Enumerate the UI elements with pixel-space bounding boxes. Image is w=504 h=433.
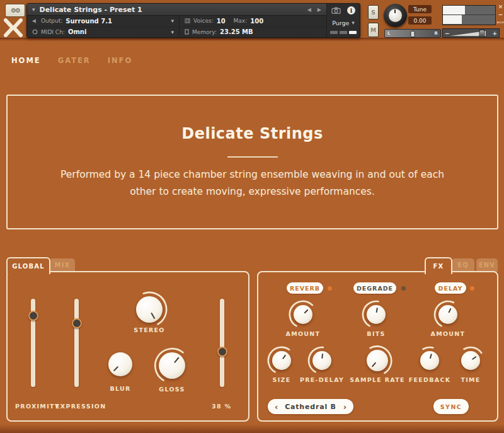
global-panel [6,271,249,422]
mute-button[interactable]: M [368,23,379,37]
time-knob[interactable] [456,346,485,375]
tab-mix[interactable]: MIX [50,258,75,272]
preset-prev-icon[interactable]: ‹ [275,403,278,411]
reverb-amount-label: AMOUNT [265,330,341,337]
slider-thumb[interactable] [217,347,227,357]
instrument-header-box: ▾ Delicate Strings - Preset 1 ◀ ▶ Output… [26,3,360,38]
sync-button[interactable]: SYNC [433,399,469,414]
tune-label: Tune [413,6,427,13]
midi-dropdown-icon[interactable]: ▾ [171,29,174,35]
size-knob[interactable] [267,346,296,375]
midi-value: Omni [68,28,86,35]
delay-toggle[interactable]: DELAY [435,282,466,294]
voices-label: Voices: [193,18,214,24]
reverb-preset-selector[interactable]: ‹ Cathedral B › [268,399,353,414]
gloss-knob[interactable] [154,347,190,384]
solo-label: S [371,9,375,16]
pan-left-label: L [387,31,390,36]
volume-plus-icon[interactable]: + [492,30,497,37]
delay-amount-label: AMOUNT [410,330,486,337]
delay-status-dot [470,286,474,291]
voices-row: Voices: 10 Max: 100 [180,16,326,27]
reverb-preset-value: Cathedral B [285,403,336,411]
next-preset-icon[interactable]: ▶ [318,7,321,13]
right-slider-value: 38 % [212,403,231,410]
keyboard-icon [185,18,190,23]
slider-thumb[interactable] [28,311,38,321]
stereo-label: STEREO [112,326,187,333]
bits-knob[interactable] [362,300,391,329]
tune-value-box[interactable]: 0.00 [408,16,432,25]
description-line-1: Performed by a 14 piece chamber string e… [8,169,497,180]
settings-button[interactable]: ⚙⚙ [5,4,25,17]
level-meters [442,5,496,25]
preset-next-icon[interactable]: › [343,403,346,411]
sample-rate-knob[interactable] [362,345,393,376]
reverb-toggle[interactable]: REVERB [287,282,323,294]
output-value: Surround 7.1 [66,18,112,25]
main-nav: HOME GATER INFO [11,56,132,65]
voices-value: 10 [217,18,226,25]
bits-label: BITS [338,330,414,337]
slider-thumb[interactable] [72,318,82,328]
purge-dropdown-icon: ▾ [352,20,355,26]
tab-global-label: GLOBAL [12,263,45,270]
tab-env[interactable]: ENV [476,258,498,272]
expression-slider[interactable] [74,299,79,387]
proximity-slider[interactable] [31,299,35,387]
reverb-amount-knob[interactable] [289,300,318,329]
delay-amount-knob[interactable] [433,300,462,329]
minimize-icon[interactable]: − [498,11,503,18]
tab-home[interactable]: HOME [11,56,41,65]
tab-eq[interactable]: EQ [452,258,474,272]
pan-right-label: R [435,31,438,36]
info-icon[interactable]: i [347,6,355,14]
max-value: 100 [250,18,263,25]
pan-slider[interactable]: L R [384,29,441,38]
output-dropdown-icon[interactable]: ▾ [171,18,174,24]
midi-channel-select[interactable]: MIDI Ch: Omni ▾ [27,27,179,38]
description-box: Delicate Strings Performed by a 14 piece… [6,95,498,229]
preset-dropdown-icon[interactable]: ▾ [32,6,35,13]
stereo-knob[interactable] [131,291,168,328]
preset-title-bar[interactable]: ▾ Delicate Strings - Preset 1 ◀ ▶ [27,4,326,16]
reverb-toggle-label: REVERB [290,285,320,292]
close-icon[interactable]: ✕ [498,4,503,10]
solo-button[interactable]: S [368,5,379,20]
reverb-status-dot [328,286,332,291]
meter-right-fill [443,15,462,24]
output-select[interactable]: Output: Surround 7.1 ▾ [27,16,179,27]
pan-handle[interactable] [411,31,415,37]
degrade-toggle[interactable]: DEGRADE [353,282,396,294]
prev-preset-icon[interactable]: ◀ [307,7,311,13]
description-line-2: other to create moving, expressive perfo… [8,186,497,197]
purge-menu[interactable]: Purge ▾ [332,20,355,26]
memory-label: Memory: [192,29,217,35]
instrument-title: Delicate Strings [8,125,497,142]
snapshot-camera-icon[interactable] [331,7,341,14]
tab-seam-cover [8,270,46,273]
midi-label: MIDI Ch: [41,29,65,35]
tune-knob[interactable] [384,4,407,27]
right-percent-slider[interactable] [220,299,224,387]
preset-title: Delicate Strings - Preset 1 [40,6,142,14]
expression-label: EXPRESSION [55,403,106,410]
volume-minus-icon[interactable]: − [445,30,450,37]
pre-delay-knob[interactable] [307,346,336,375]
blur-knob[interactable] [103,347,137,381]
tab-seam-cover-fx [427,270,448,273]
tab-gater[interactable]: GATER [58,56,91,65]
memory-row: Memory: 23.25 MB [180,27,326,38]
memory-icon [185,29,189,35]
volume-handle[interactable] [479,30,485,38]
volume-slider[interactable]: − + [442,28,500,38]
purge-label: Purge [332,20,349,26]
tab-info[interactable]: INFO [108,56,133,65]
time-label: TIME [433,376,504,383]
tab-mix-label: MIX [55,262,71,268]
mute-label: M [370,27,376,33]
feedback-knob[interactable] [415,346,444,375]
bottom-shadow [0,424,504,433]
tune-value: 0.00 [413,18,426,24]
output-label: Output: [41,18,62,24]
